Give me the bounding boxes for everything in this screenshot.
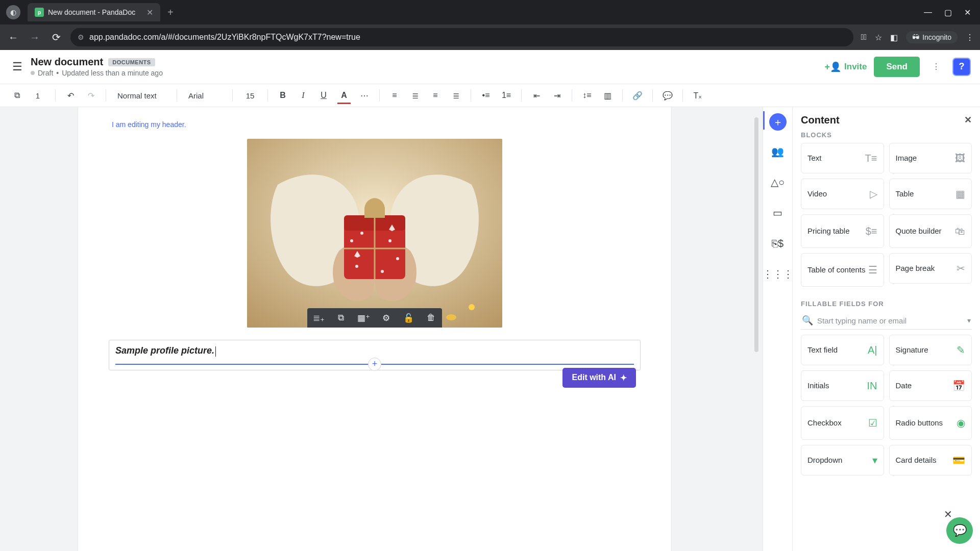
- eye-off-icon[interactable]: 👁̸: [861, 33, 867, 42]
- text-caret-icon: [215, 346, 216, 357]
- underline-button[interactable]: U: [316, 88, 331, 103]
- field-checkbox[interactable]: Checkbox☑: [801, 406, 884, 440]
- outdent-button[interactable]: ⇤: [529, 88, 544, 103]
- browser-back-button[interactable]: ←: [6, 32, 20, 43]
- browser-reload-button[interactable]: ⟳: [49, 31, 63, 43]
- redo-button[interactable]: ↷: [83, 88, 99, 103]
- document-page[interactable]: I am editing my header.: [78, 107, 672, 551]
- text-color-button[interactable]: A: [336, 88, 352, 103]
- field-card-details[interactable]: Card details💳: [889, 445, 972, 475]
- canvas-scrollbar[interactable]: [754, 117, 758, 352]
- image-duplicate-button[interactable]: ⧉: [330, 308, 352, 328]
- numbered-list-button[interactable]: 1≡: [499, 88, 514, 103]
- field-date[interactable]: Date📅: [889, 370, 972, 401]
- browser-menu-button[interactable]: ⋮: [966, 33, 974, 42]
- date-icon: 📅: [952, 380, 965, 392]
- rail-variables-icon[interactable]: △○: [768, 172, 788, 192]
- undo-button[interactable]: ↶: [63, 88, 78, 103]
- window-close-button[interactable]: ✕: [964, 8, 971, 17]
- window-minimize-button[interactable]: —: [924, 8, 932, 17]
- status-state: Draft: [38, 69, 53, 77]
- search-icon: 🔍: [802, 315, 813, 326]
- tab-close-icon[interactable]: ✕: [146, 8, 153, 17]
- send-button[interactable]: Send: [874, 57, 920, 77]
- site-settings-icon[interactable]: ⚙: [78, 33, 84, 41]
- video-block-icon: ▷: [870, 188, 877, 200]
- field-initials[interactable]: InitialsIN: [801, 370, 884, 401]
- align-left-button[interactable]: ≡: [387, 88, 402, 103]
- bookmark-star-icon[interactable]: ☆: [875, 33, 882, 42]
- align-right-button[interactable]: ≡: [428, 88, 443, 103]
- chevron-down-icon[interactable]: ▾: [967, 316, 971, 324]
- rail-smart-content-icon[interactable]: ⎘$: [768, 234, 788, 253]
- clear-format-button[interactable]: Tₓ: [690, 88, 705, 103]
- field-dropdown[interactable]: Dropdown▾: [801, 445, 884, 475]
- url-box[interactable]: ⚙ app.pandadoc.com/a/#/documents/2UzYiBK…: [70, 28, 853, 46]
- window-maximize-button[interactable]: ▢: [944, 8, 952, 17]
- align-center-button[interactable]: ≣: [407, 88, 423, 103]
- caption-text[interactable]: Sample profile picture.: [115, 345, 214, 356]
- italic-button[interactable]: I: [296, 88, 311, 103]
- font-family-select[interactable]: Arial: [184, 89, 225, 102]
- indent-button[interactable]: ⇥: [549, 88, 565, 103]
- radio-icon: ◉: [957, 417, 965, 429]
- paragraph-style-select[interactable]: Normal text: [113, 89, 169, 102]
- bold-button[interactable]: B: [275, 88, 290, 103]
- block-page-break[interactable]: Page break✂: [889, 253, 972, 284]
- invite-button[interactable]: +👤 Invite: [825, 61, 867, 72]
- more-actions-button[interactable]: ⋮: [927, 58, 945, 76]
- comment-button[interactable]: 💬: [660, 88, 675, 103]
- side-panel-icon[interactable]: ◧: [890, 33, 898, 42]
- rail-apps-icon[interactable]: ⋮⋮⋮: [768, 264, 788, 284]
- document-title[interactable]: New document: [31, 56, 103, 68]
- help-button[interactable]: ?: [952, 58, 971, 76]
- browser-tab[interactable]: p New document - PandaDoc ✕: [28, 3, 160, 21]
- bullet-list-button[interactable]: •≡: [478, 88, 494, 103]
- block-pricing-table[interactable]: Pricing table$≡: [801, 214, 884, 248]
- image-settings-button[interactable]: ⚙: [375, 308, 397, 328]
- image-layout-button[interactable]: ≣₊: [307, 308, 330, 328]
- block-quote-builder[interactable]: Quote builder🛍: [889, 214, 972, 248]
- menu-hamburger-icon[interactable]: ☰: [12, 60, 22, 73]
- rail-add-button[interactable]: ＋: [769, 113, 787, 131]
- block-video[interactable]: Video▷: [801, 179, 884, 209]
- field-radio[interactable]: Radio buttons◉: [889, 406, 972, 440]
- columns-button[interactable]: ▥: [600, 88, 615, 103]
- chat-widget-button[interactable]: 💬: [946, 517, 973, 544]
- insert-plus-button[interactable]: +: [368, 358, 381, 371]
- insert-block-line[interactable]: +: [115, 364, 634, 365]
- recipient-search[interactable]: 🔍 Start typing name or email ▾: [801, 312, 972, 330]
- text-block[interactable]: Sample profile picture. + Edit with AI ✦: [109, 340, 641, 370]
- font-size-input[interactable]: 15: [240, 91, 260, 100]
- more-format-button[interactable]: ⋯: [357, 88, 372, 103]
- section-blocks-label: BLOCKS: [801, 131, 972, 139]
- block-toc[interactable]: Table of contents☰: [801, 253, 884, 287]
- block-table[interactable]: Table▦: [889, 179, 972, 209]
- dropdown-icon: ▾: [872, 454, 877, 466]
- pages-icon[interactable]: ⧉: [9, 88, 24, 103]
- app-header: ☰ New document DOCUMENTS Draft • Updated…: [0, 50, 980, 84]
- image-add-button[interactable]: ▦⁺: [352, 308, 375, 328]
- rail-recipients-icon[interactable]: 👥: [768, 142, 788, 161]
- image-delete-button[interactable]: 🗑: [420, 308, 442, 328]
- edit-with-ai-button[interactable]: Edit with AI ✦: [562, 368, 636, 388]
- browser-profile-icon[interactable]: ◐: [6, 5, 20, 19]
- field-signature[interactable]: Signature✎: [889, 335, 972, 365]
- image-block[interactable]: ≣₊ ⧉ ▦⁺ ⚙ 🔓 🗑: [247, 139, 502, 328]
- page-header-text[interactable]: I am editing my header.: [112, 120, 641, 129]
- line-spacing-button[interactable]: ↕≡: [579, 88, 595, 103]
- block-image[interactable]: Image🖼: [889, 143, 972, 173]
- new-tab-button[interactable]: +: [167, 7, 174, 18]
- dismiss-overlay-button[interactable]: ✕: [944, 508, 952, 520]
- incognito-indicator[interactable]: 🕶 Incognito: [906, 31, 958, 43]
- image-lock-button[interactable]: 🔓: [397, 308, 420, 328]
- panel-close-button[interactable]: ✕: [964, 114, 972, 126]
- page-count: 1: [28, 91, 48, 100]
- field-text[interactable]: Text fieldA|: [801, 335, 884, 365]
- align-justify-button[interactable]: ≣: [448, 88, 463, 103]
- link-button[interactable]: 🔗: [630, 88, 645, 103]
- svg-point-8: [360, 232, 363, 235]
- rail-layout-icon[interactable]: ▭: [768, 203, 788, 222]
- document-canvas[interactable]: I am editing my header.: [0, 107, 763, 551]
- block-text[interactable]: TextT≡: [801, 143, 884, 173]
